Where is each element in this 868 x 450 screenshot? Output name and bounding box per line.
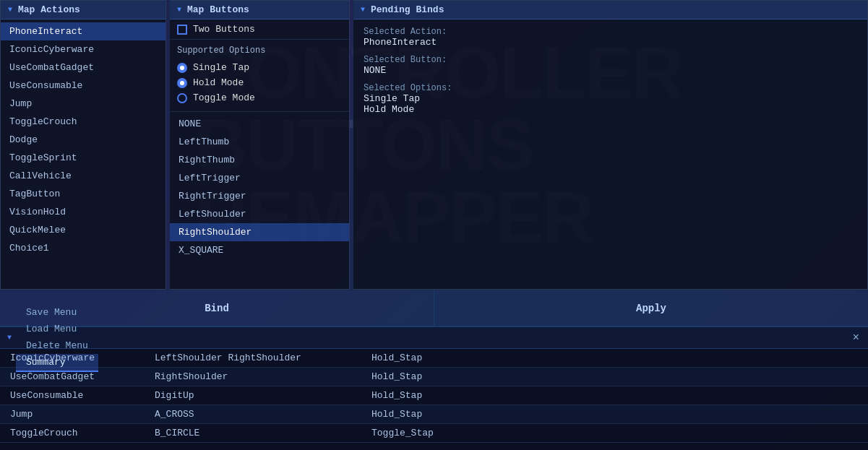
bottom-area: ▼ Save MenuLoad MenuDelete MenuSummary ×… bbox=[0, 326, 868, 450]
summary-buttons-cell: LeftShoulder RightShoulder bbox=[145, 349, 361, 368]
button-item[interactable]: LeftTrigger bbox=[170, 169, 349, 187]
button-item[interactable]: RightThumb bbox=[170, 151, 349, 169]
table-row: UseConsumableDigitUpHold_Stap bbox=[0, 386, 868, 405]
map-buttons-panel: ▼ Map Buttons Two Buttons Supported Opti… bbox=[169, 0, 350, 290]
bind-apply-bar: Bind Apply bbox=[0, 290, 868, 326]
radio-options-group: Single TapHold ModeToggle Mode bbox=[177, 60, 342, 105]
map-action-item[interactable]: UseConsumable bbox=[1, 77, 166, 95]
map-buttons-header: ▼ Map Buttons bbox=[170, 1, 349, 20]
button-item[interactable]: NONE bbox=[170, 115, 349, 133]
button-item[interactable]: LeftThumb bbox=[170, 133, 349, 151]
map-actions-list[interactable]: PhoneInteractIconicCyberwareUseCombatGad… bbox=[1, 20, 166, 289]
table-row: IconicCyberwareLeftShoulder RightShoulde… bbox=[0, 349, 868, 368]
radio-option-label: Single Tap bbox=[193, 62, 249, 73]
map-action-item[interactable]: IconicCyberware bbox=[1, 40, 166, 59]
two-buttons-row[interactable]: Two Buttons bbox=[170, 20, 349, 40]
close-tab-button[interactable]: × bbox=[846, 332, 865, 345]
summary-buttons-cell: B_CIRCLE bbox=[145, 424, 361, 443]
radio-option-label: Hold Mode bbox=[193, 77, 244, 88]
map-action-item[interactable]: TagButton bbox=[1, 185, 166, 203]
selected-option-value: Hold Mode bbox=[364, 104, 857, 115]
selected-action-row: Selected Action: PhoneInteract bbox=[364, 27, 857, 48]
map-action-item[interactable]: ToggleCrouch bbox=[1, 113, 166, 131]
map-action-item[interactable]: Jump bbox=[1, 95, 166, 113]
selected-action-label: Selected Action: bbox=[364, 27, 857, 37]
tabs-arrow-icon: ▼ bbox=[3, 334, 16, 342]
radio-dot-icon bbox=[177, 78, 187, 88]
pending-info: Selected Action: PhoneInteract Selected … bbox=[353, 20, 867, 122]
map-action-item[interactable]: Choice1 bbox=[1, 239, 166, 257]
pending-binds-header: ▼ Pending Binds bbox=[353, 1, 867, 20]
summary-mode-cell: Hold_Stap bbox=[361, 368, 868, 386]
button-item[interactable]: X_SQUARE bbox=[170, 241, 349, 259]
selected-button-value: NONE bbox=[364, 65, 857, 76]
table-row: ToggleCrouchB_CIRCLEToggle_Stap bbox=[0, 424, 868, 443]
summary-buttons-cell: A_CROSS bbox=[145, 405, 361, 424]
pending-binds-panel: ▼ Pending Binds Selected Action: PhoneIn… bbox=[353, 0, 868, 290]
map-action-item[interactable]: CallVehicle bbox=[1, 167, 166, 185]
radio-option[interactable]: Hold Mode bbox=[177, 75, 342, 90]
buttons-dropdown-section[interactable]: NONELeftThumbRightThumbLeftTriggerRightT… bbox=[170, 112, 349, 289]
pending-binds-arrow-icon: ▼ bbox=[361, 6, 365, 14]
tab-item[interactable]: Load Menu bbox=[16, 321, 98, 337]
table-row: JumpA_CROSSHold_Stap bbox=[0, 405, 868, 424]
map-actions-panel: ▼ Map Actions PhoneInteractIconicCyberwa… bbox=[0, 0, 166, 290]
map-action-item[interactable]: Dodge bbox=[1, 131, 166, 149]
tab-item[interactable]: Save Menu bbox=[16, 304, 98, 321]
tab-item[interactable]: Delete Menu bbox=[16, 337, 98, 354]
selected-button-row: Selected Button: NONE bbox=[364, 55, 857, 76]
summary-table-body: IconicCyberwareLeftShoulder RightShoulde… bbox=[0, 349, 868, 443]
apply-button[interactable]: Apply bbox=[434, 290, 868, 326]
summary-table: IconicCyberwareLeftShoulder RightShoulde… bbox=[0, 349, 868, 443]
radio-option[interactable]: Single Tap bbox=[177, 60, 342, 75]
selected-action-value: PhoneInteract bbox=[364, 37, 857, 48]
summary-action-cell: UseConsumable bbox=[0, 386, 145, 405]
tabs-bar: ▼ Save MenuLoad MenuDelete MenuSummary × bbox=[0, 327, 868, 349]
selected-options-values: Single TapHold Mode bbox=[364, 93, 857, 115]
map-action-item[interactable]: PhoneInteract bbox=[1, 22, 166, 40]
selected-options-row: Selected Options: Single TapHold Mode bbox=[364, 83, 857, 115]
summary-mode-cell: Hold_Stap bbox=[361, 405, 868, 424]
two-buttons-label: Two Buttons bbox=[193, 24, 255, 35]
supported-options-label: Supported Options bbox=[177, 46, 342, 56]
summary-table-container[interactable]: IconicCyberwareLeftShoulder RightShoulde… bbox=[0, 349, 868, 450]
summary-buttons-cell: DigitUp bbox=[145, 386, 361, 405]
summary-mode-cell: Hold_Stap bbox=[361, 349, 868, 368]
map-buttons-arrow-icon: ▼ bbox=[177, 6, 181, 14]
radio-dot-icon bbox=[177, 93, 187, 103]
selected-option-value: Single Tap bbox=[364, 93, 857, 104]
top-row: ▼ Map Actions PhoneInteractIconicCyberwa… bbox=[0, 0, 868, 290]
radio-option[interactable]: Toggle Mode bbox=[177, 90, 342, 105]
pending-binds-title: Pending Binds bbox=[371, 4, 444, 15]
button-item[interactable]: RightTrigger bbox=[170, 187, 349, 205]
button-item[interactable]: LeftShoulder bbox=[170, 205, 349, 223]
summary-action-cell: ToggleCrouch bbox=[0, 424, 145, 443]
two-buttons-checkbox[interactable] bbox=[177, 25, 187, 35]
map-actions-title: Map Actions bbox=[18, 4, 80, 15]
ui-container: ▼ Map Actions PhoneInteractIconicCyberwa… bbox=[0, 0, 868, 450]
map-action-item[interactable]: VisionHold bbox=[1, 203, 166, 221]
summary-mode-cell: Hold_Stap bbox=[361, 386, 868, 405]
selected-options-label: Selected Options: bbox=[364, 83, 857, 93]
supported-options-section: Supported Options Single TapHold ModeTog… bbox=[170, 40, 349, 112]
table-row: UseCombatGadgetRightShoulderHold_Stap bbox=[0, 368, 868, 386]
summary-mode-cell: Toggle_Stap bbox=[361, 424, 868, 443]
map-actions-header: ▼ Map Actions bbox=[1, 1, 166, 20]
radio-option-label: Toggle Mode bbox=[193, 92, 255, 103]
map-action-item[interactable]: ToggleSprint bbox=[1, 149, 166, 167]
radio-dot-icon bbox=[177, 63, 187, 73]
selected-button-label: Selected Button: bbox=[364, 55, 857, 65]
summary-buttons-cell: RightShoulder bbox=[145, 368, 361, 386]
map-buttons-title: Map Buttons bbox=[187, 4, 249, 15]
map-actions-arrow-icon: ▼ bbox=[8, 6, 12, 14]
button-item[interactable]: RightShoulder bbox=[170, 223, 349, 241]
map-action-item[interactable]: UseCombatGadget bbox=[1, 59, 166, 77]
map-action-item[interactable]: QuickMelee bbox=[1, 221, 166, 239]
summary-action-cell: Jump bbox=[0, 405, 145, 424]
